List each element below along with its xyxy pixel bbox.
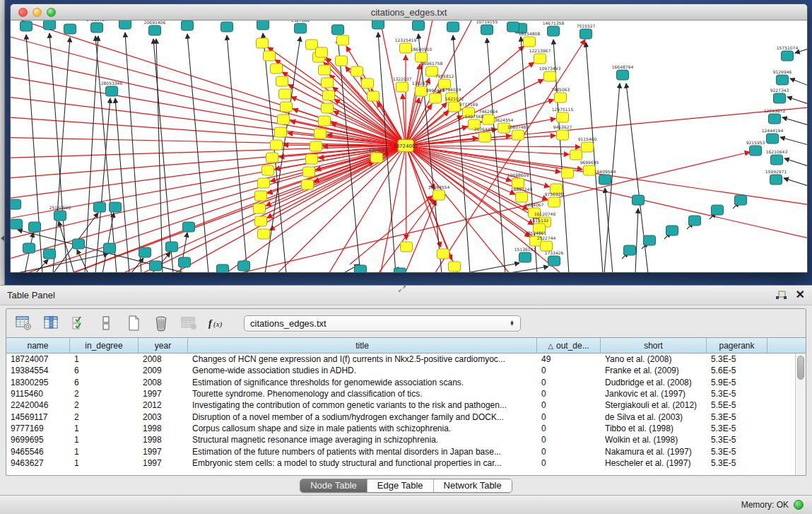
network-node[interactable] [413,21,425,30]
table-row[interactable]: 1872400712008Changes of HCN gene express… [6,354,795,365]
column-header-out-de-[interactable]: △out_de... [537,338,601,354]
network-node[interactable] [238,261,250,271]
network-node[interactable] [64,24,76,34]
network-node[interactable] [91,23,103,33]
function-builder-button[interactable]: f(x) [206,313,226,333]
network-node[interactable] [632,195,645,205]
network-node[interactable] [254,204,266,214]
rows-button[interactable] [96,313,116,333]
tab-node-table[interactable]: Node Table [300,479,367,492]
network-node[interactable] [557,130,569,140]
network-node[interactable] [258,229,270,239]
network-node[interactable] [557,112,569,122]
network-node[interactable] [735,195,747,205]
minimize-window-button[interactable] [33,8,42,17]
network-node[interactable] [275,127,287,137]
network-node[interactable] [519,252,531,262]
column-header-year[interactable]: year [139,338,188,354]
network-node[interactable] [316,47,328,57]
column-header-short[interactable]: short [601,338,707,354]
network-node[interactable] [351,66,363,76]
table-selector-dropdown[interactable]: citations_edges.txt ▲▼ [244,315,521,332]
network-node[interactable] [110,202,122,212]
delete-button[interactable] [151,313,171,333]
network-node[interactable] [433,190,445,200]
network-node[interactable] [182,21,194,30]
table-row[interactable]: 969969511998Structural magnetic resonanc… [6,434,795,445]
memory-status-icon[interactable] [794,500,804,510]
network-node[interactable] [271,64,283,74]
network-node[interactable] [481,25,493,35]
network-node[interactable] [777,75,789,85]
network-node[interactable] [119,21,131,29]
close-panel-button[interactable]: ✕ [796,289,805,300]
show-columns-button[interactable] [41,313,61,333]
network-node[interactable] [524,37,536,47]
network-node[interactable] [624,245,636,255]
network-node[interactable] [582,142,594,152]
network-node[interactable] [362,78,374,88]
network-node[interactable] [449,262,461,271]
network-node[interactable] [319,65,331,75]
network-node[interactable] [430,93,442,103]
network-node[interactable] [44,249,56,259]
network-node[interactable] [544,71,556,81]
network-node[interactable] [644,235,656,245]
network-node[interactable] [179,257,191,267]
network-node[interactable] [20,21,33,31]
network-node[interactable] [512,130,524,140]
network-node[interactable] [666,226,678,235]
table-row[interactable]: 1938455462009Genome-wide association stu… [6,365,795,376]
network-node[interactable] [401,242,413,252]
network-node[interactable] [323,90,335,100]
window-titlebar[interactable]: citations_edges.txt [11,4,807,21]
network-node[interactable] [271,140,283,150]
network-node[interactable] [548,256,560,266]
network-node[interactable] [258,178,270,188]
network-node[interactable] [562,168,574,178]
table-row[interactable]: 946362711997Embryonic stem cells: a mode… [6,457,795,469]
network-node[interactable] [372,21,384,29]
network-node[interactable] [257,38,269,48]
network-node[interactable] [767,134,779,144]
network-node[interactable] [599,175,611,185]
network-node[interactable] [276,76,288,86]
network-node[interactable] [104,243,116,253]
tab-network-table[interactable]: Network Table [434,479,512,492]
select-all-button[interactable] [69,313,88,333]
network-node[interactable] [310,141,322,151]
panel-collapse-arrow-icon[interactable] [1,235,4,241]
network-node[interactable] [782,51,794,61]
vertical-scrollbar[interactable] [795,354,806,475]
network-node[interactable] [264,51,276,61]
column-header-title[interactable]: title [188,338,537,354]
network-node[interactable] [483,115,495,124]
network-node[interactable] [437,249,449,259]
network-node[interactable] [183,222,195,232]
network-node[interactable] [281,102,293,112]
network-node[interactable] [266,153,278,163]
scrollbar-thumb[interactable] [797,356,804,380]
network-node[interactable] [548,26,560,36]
network-node[interactable] [314,129,326,139]
table-row[interactable]: 1830029562008Estimation of significance … [6,377,795,388]
network-node[interactable] [262,165,274,175]
network-node[interactable] [336,56,348,66]
network-node[interactable] [394,268,406,273]
network-node[interactable] [770,175,782,185]
network-node[interactable] [11,199,21,209]
new-file-button[interactable] [124,313,143,333]
network-node[interactable] [534,54,546,64]
network-node[interactable] [555,93,567,103]
network-node[interactable] [322,103,334,113]
network-node[interactable] [257,21,269,30]
network-node[interactable] [303,167,315,177]
network-node[interactable] [149,25,161,35]
network-node[interactable] [44,21,56,30]
network-node[interactable] [516,192,528,202]
network-node[interactable] [73,239,85,249]
network-node[interactable] [94,202,106,212]
network-node[interactable] [617,70,629,80]
network-node[interactable] [139,247,151,257]
network-node[interactable] [332,25,344,35]
